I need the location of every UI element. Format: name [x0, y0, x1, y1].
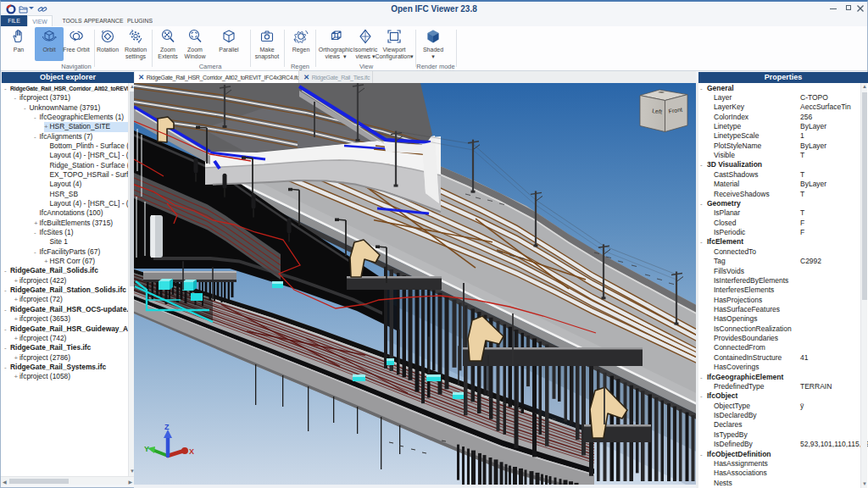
svg-text:Z: Z	[164, 423, 170, 431]
svg-text:Y: Y	[144, 445, 149, 453]
svg-text:X: X	[189, 447, 194, 456]
